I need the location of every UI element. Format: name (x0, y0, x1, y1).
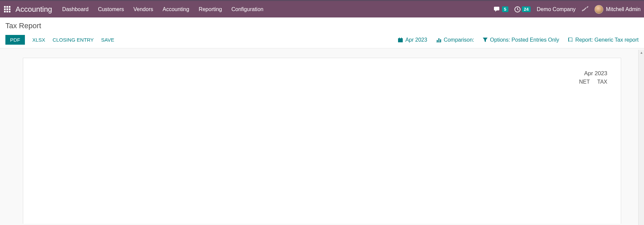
chat-icon (494, 7, 501, 12)
menu-reporting[interactable]: Reporting (199, 6, 222, 12)
pdf-button[interactable]: PDF (5, 35, 25, 45)
scroll-up-icon[interactable]: ▲ (639, 50, 644, 55)
debug-icon[interactable] (582, 5, 588, 13)
options-filter[interactable]: Options: Posted Entries Only (483, 37, 559, 43)
user-menu[interactable]: Mitchell Admin (595, 5, 641, 14)
app-title[interactable]: Accounting (15, 5, 52, 14)
options-label: Options: Posted Entries Only (490, 37, 559, 43)
messages-badge: 5 (502, 6, 508, 12)
action-row: PDF XLSX CLOSING ENTRY SAVE Apr 2023 Com… (5, 35, 639, 45)
main-menu: Dashboard Customers Vendors Accounting R… (62, 6, 263, 12)
avatar (595, 5, 603, 14)
comparison-filter[interactable]: Comparison: (436, 37, 474, 43)
content-area: Apr 2023 NET TAX (0, 48, 644, 224)
report-period-label: Apr 2023 (579, 70, 607, 77)
user-name: Mitchell Admin (606, 6, 641, 12)
activities-badge: 24 (522, 6, 531, 12)
report-card: Apr 2023 NET TAX (23, 58, 621, 224)
menu-vendors[interactable]: Vendors (134, 6, 153, 12)
report-header: Apr 2023 NET TAX (37, 70, 607, 85)
comparison-label: Comparison: (444, 37, 474, 43)
report-label: Report: Generic Tax report (575, 37, 639, 43)
menu-accounting[interactable]: Accounting (163, 6, 189, 12)
menu-customers[interactable]: Customers (98, 6, 124, 12)
book-icon (568, 37, 573, 42)
topbar-right: 5 24 Demo Company Mitchell Admin (494, 5, 641, 14)
control-panel: Tax Report PDF XLSX CLOSING ENTRY SAVE A… (0, 17, 644, 48)
scrollbar[interactable]: ▲ (638, 50, 644, 225)
top-navbar: Accounting Dashboard Customers Vendors A… (0, 0, 644, 17)
filter-icon (483, 38, 488, 42)
action-buttons: PDF XLSX CLOSING ENTRY SAVE (5, 35, 114, 45)
report-subcolumns: NET TAX (579, 79, 607, 85)
messages-button[interactable]: 5 (494, 6, 508, 12)
company-selector[interactable]: Demo Company (537, 6, 576, 12)
menu-dashboard[interactable]: Dashboard (62, 6, 88, 12)
col-tax: TAX (597, 79, 607, 85)
period-label: Apr 2023 (405, 37, 427, 43)
report-filter[interactable]: Report: Generic Tax report (568, 37, 639, 43)
activities-button[interactable]: 24 (514, 6, 531, 12)
period-filter[interactable]: Apr 2023 (398, 37, 427, 43)
col-net: NET (579, 79, 590, 85)
closing-entry-button[interactable]: CLOSING ENTRY (52, 37, 94, 43)
save-button[interactable]: SAVE (101, 37, 114, 43)
calendar-icon (398, 37, 403, 43)
apps-icon[interactable] (4, 6, 11, 13)
filter-bar: Apr 2023 Comparison: Options: Posted Ent… (398, 37, 639, 43)
clock-icon (514, 6, 521, 12)
menu-configuration[interactable]: Configuration (231, 6, 263, 12)
page-title: Tax Report (5, 21, 639, 30)
bar-chart-icon (436, 37, 441, 43)
report-period-column: Apr 2023 NET TAX (579, 70, 607, 85)
xlsx-button[interactable]: XLSX (32, 37, 45, 43)
